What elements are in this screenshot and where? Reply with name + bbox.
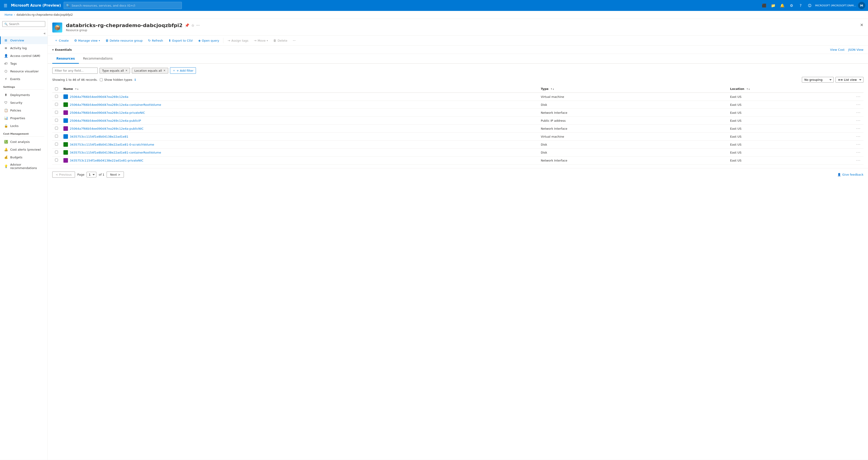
- row-checkbox[interactable]: [55, 143, 58, 146]
- row-more-button[interactable]: ···: [857, 159, 861, 162]
- info-icon[interactable]: ℹ: [134, 78, 136, 81]
- tab-recommendations[interactable]: Recommendations: [79, 54, 117, 64]
- feedback-icon[interactable]: 😊: [806, 2, 813, 9]
- tab-resources[interactable]: Resources: [52, 54, 79, 64]
- refresh-button[interactable]: ↻ Refresh: [146, 37, 165, 44]
- show-hidden-types-checkbox[interactable]: [100, 78, 103, 81]
- add-filter-button[interactable]: ＋ + Add filter: [170, 67, 196, 74]
- row-more-button[interactable]: ···: [857, 119, 861, 122]
- row-checkbox[interactable]: [55, 103, 58, 106]
- type-filter-close-icon[interactable]: ✕: [125, 69, 127, 72]
- header-location[interactable]: Location ↑↓: [727, 85, 854, 93]
- resource-link[interactable]: 25064a7f66b54ee090d47ea269c12e4a-private…: [63, 110, 535, 115]
- sidebar-item-resource-visualizer[interactable]: ⬡ Resource visualizer: [0, 67, 48, 75]
- resource-link[interactable]: 3435753cc1154f1e8b04138e22ad1e81-0-scrat…: [63, 142, 535, 147]
- more-toolbar-button[interactable]: ···: [290, 38, 298, 44]
- create-button[interactable]: ＋ Create: [52, 37, 71, 44]
- favorite-icon[interactable]: ☆: [191, 23, 194, 28]
- sidebar-item-activity-log[interactable]: ≡ Activity log: [0, 44, 48, 52]
- delete-button[interactable]: 🗑 Delete: [271, 37, 289, 44]
- activity-log-icon: ≡: [4, 46, 8, 50]
- sidebar-item-tags[interactable]: 🏷 Tags: [0, 60, 48, 67]
- row-checkbox[interactable]: [55, 111, 58, 114]
- cloud-shell-icon[interactable]: ⬛: [761, 2, 768, 9]
- sidebar-item-advisor[interactable]: 💡 Advisor recommendations: [0, 161, 48, 172]
- sidebar-search-input[interactable]: [9, 22, 43, 26]
- more-icon[interactable]: ···: [196, 23, 199, 28]
- open-query-button[interactable]: ◈ Open query: [196, 37, 221, 44]
- table-row: 25064a7f66b54ee090d47ea269c12e4a-publicN…: [52, 125, 864, 133]
- next-page-button[interactable]: Next >: [106, 172, 124, 178]
- row-checkbox[interactable]: [55, 151, 58, 153]
- row-checkbox[interactable]: [55, 135, 58, 138]
- row-checkbox[interactable]: [55, 127, 58, 130]
- hamburger-menu-icon[interactable]: ☰: [3, 2, 8, 9]
- main-content: 📦 databricks-rg-cheprademo-dabcjoqzbfpi2…: [48, 19, 868, 460]
- row-more-button[interactable]: ···: [857, 143, 861, 146]
- resource-link[interactable]: 3435753c1154f1e8b04138e22ad1e81-privateN…: [63, 158, 535, 163]
- row-more-button[interactable]: ···: [857, 103, 861, 107]
- export-csv-button[interactable]: ⬇ Export to CSV: [166, 37, 195, 44]
- view-select[interactable]: ≡≡ List view ⊞ Grid view: [836, 77, 864, 83]
- page-select[interactable]: 1: [87, 172, 96, 177]
- manage-view-button[interactable]: ⚙ Manage view ▾: [72, 37, 102, 44]
- user-profile[interactable]: MICROSOFT (MICROSOFT.ONMI... M: [815, 2, 865, 9]
- sidebar-item-policies[interactable]: 📋 Policies: [0, 107, 48, 114]
- resource-link[interactable]: 3435753cc1154f1e8b04138e22ad1e81-contain…: [63, 150, 535, 155]
- header-more: [854, 85, 864, 93]
- sidebar-item-access-control[interactable]: 👤 Access control (IAM): [0, 52, 48, 60]
- select-all-checkbox[interactable]: [55, 87, 58, 90]
- pin-icon[interactable]: 📌: [185, 23, 189, 28]
- sidebar-item-security[interactable]: 🛡 Security: [0, 99, 48, 107]
- sidebar-item-deployments[interactable]: ⬆ Deployments: [0, 91, 48, 99]
- row-more-button[interactable]: ···: [857, 95, 861, 98]
- prev-page-button[interactable]: < Previous: [52, 172, 75, 178]
- json-view-link[interactable]: JSON View: [848, 48, 864, 51]
- give-feedback-button[interactable]: 👤 Give feedback: [837, 173, 864, 176]
- sidebar-item-overview[interactable]: ⊞ Overview: [0, 36, 48, 44]
- close-icon[interactable]: ✕: [860, 23, 864, 27]
- location-filter-close-icon[interactable]: ✕: [163, 69, 166, 72]
- sidebar-item-events[interactable]: ⚡ Events: [0, 75, 48, 83]
- directory-icon[interactable]: 📁: [770, 2, 777, 9]
- resource-link[interactable]: 25064a7f66b54ee090d47ea269c12e4a-publicN…: [63, 126, 535, 131]
- assign-tags-button[interactable]: → Assign tags: [225, 37, 251, 44]
- resource-name: 25064a7f66b54ee090d47ea269c12e4a-contain…: [70, 103, 161, 107]
- essentials-toggle[interactable]: ▾ Essentials: [52, 48, 72, 51]
- row-type-cell: Virtual machine: [538, 133, 727, 141]
- sidebar-item-budgets[interactable]: 💰 Budgets: [0, 153, 48, 161]
- sidebar-item-properties[interactable]: 📊 Properties: [0, 114, 48, 122]
- help-icon[interactable]: ?: [797, 2, 804, 9]
- location-filter-tag: Location equals all ✕: [132, 68, 168, 74]
- header-type[interactable]: Type ↑↓: [538, 85, 727, 93]
- row-more-button[interactable]: ···: [857, 135, 861, 138]
- sidebar-item-cost-alerts[interactable]: 🔔 Cost alerts (preview): [0, 146, 48, 153]
- resource-link[interactable]: 3435753cc1154f1e8b04138e22ad1e81: [63, 134, 535, 139]
- row-more-button[interactable]: ···: [857, 151, 861, 154]
- sidebar-item-locks[interactable]: 🔒 Locks: [0, 122, 48, 130]
- filter-input[interactable]: [52, 67, 98, 74]
- row-more-cell: ···: [854, 141, 864, 149]
- delete-rg-button[interactable]: 🗑 Delete resource group: [103, 37, 145, 44]
- grouping-select[interactable]: No grouping Resource type Location: [802, 77, 834, 83]
- row-more-button[interactable]: ···: [857, 127, 861, 131]
- row-checkbox[interactable]: [55, 159, 58, 162]
- notifications-icon[interactable]: 🔔: [779, 2, 786, 9]
- sidebar-collapse-icon[interactable]: «: [43, 31, 46, 35]
- resource-link[interactable]: 25064a7f66b54ee090d47ea269c12e4a-publicI…: [63, 118, 535, 123]
- manage-view-chevron: ▾: [99, 39, 100, 42]
- global-search-input[interactable]: [71, 4, 179, 7]
- settings-icon[interactable]: ⚙: [788, 2, 795, 9]
- sidebar-item-cost-analysis[interactable]: 💹 Cost analysis: [0, 138, 48, 146]
- row-more-button[interactable]: ···: [857, 111, 861, 114]
- move-button[interactable]: → Move ▾: [252, 37, 270, 44]
- resource-link[interactable]: 25064a7f66b54ee090d47ea269c12e4a-contain…: [63, 103, 535, 107]
- header-name[interactable]: Name ↑↓: [61, 85, 538, 93]
- resource-link[interactable]: 25064a7f66b54ee090d47ea269c12e4a: [63, 94, 535, 99]
- breadcrumb-home[interactable]: Home: [4, 13, 12, 17]
- table-row: 25064a7f66b54ee090d47ea269c12e4a-private…: [52, 109, 864, 117]
- sidebar-search-area: 🔍: [0, 19, 48, 29]
- row-checkbox[interactable]: [55, 119, 58, 122]
- view-cost-link[interactable]: View Cost: [830, 48, 845, 51]
- row-checkbox[interactable]: [55, 95, 58, 98]
